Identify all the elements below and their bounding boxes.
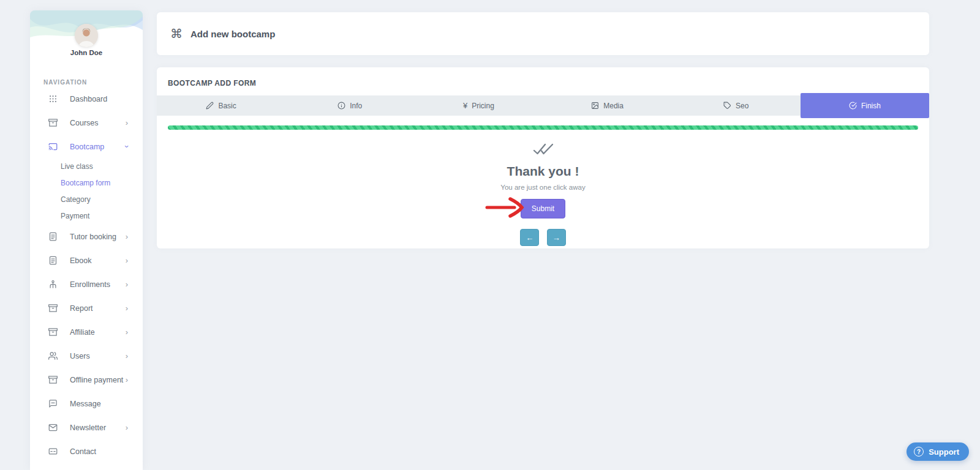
cast-icon [48,142,58,151]
sidebar-item-users[interactable]: Users › [30,344,143,368]
thank-you-heading: Thank you ! [157,164,929,179]
tag-icon [723,102,731,110]
sidebar-item-bootcamp[interactable]: Bootcamp › [30,135,143,159]
sidebar-subitem-live-class[interactable]: Live class [30,159,143,175]
sidebar-item-label: Tutor booking [70,233,126,241]
sidebar-nav: Dashboard Courses › Bootcamp › Live clas… [30,87,143,463]
sidebar-item-label: Ebook [70,256,126,265]
tab-info[interactable]: Info [285,95,414,116]
sitemap-icon [48,280,58,289]
mail-icon [48,423,58,432]
tab-label: Info [350,102,362,110]
sidebar-item-label: Courses [70,119,126,127]
sidebar-subitem-payment[interactable]: Payment [30,208,143,225]
sidebar-item-label: Bootcamp [70,143,126,151]
sidebar-item-newsletter[interactable]: Newsletter › [30,416,143,439]
sidebar-item-report[interactable]: Report › [30,296,143,320]
tab-label: Pricing [472,102,494,110]
pen-icon [206,102,214,110]
sidebar-item-label: Users [70,352,126,360]
file-text-icon [48,232,58,241]
sidebar-item-ebook[interactable]: Ebook › [30,248,143,272]
previous-step-button[interactable]: ← [520,229,539,246]
submit-button[interactable]: Submit [521,199,565,218]
tab-label: Seo [736,102,748,110]
chevron-right-icon: › [126,376,128,384]
grid-dots-icon [48,94,58,103]
tab-label: Media [603,102,624,110]
sidebar-item-offline-payment[interactable]: Offline payment › [30,368,143,392]
sidebar-item-label: Report [70,304,126,313]
page-header-card: ⌘ Add new bootcamp [157,12,929,55]
bootcamp-submenu: Live class Bootcamp form Category Paymen… [30,159,143,225]
chevron-right-icon: › [126,119,128,127]
sidebar-item-affiliate[interactable]: Affiliate › [30,320,143,344]
chevron-down-icon: › [123,145,130,147]
chevron-right-icon: › [126,304,128,312]
tab-basic[interactable]: Basic [157,95,285,116]
chevron-right-icon: › [126,256,128,264]
wizard-nav: ← → [157,229,929,246]
tab-finish[interactable]: Finish [801,93,929,118]
sidebar-item-courses[interactable]: Courses › [30,111,143,135]
yen-icon: ¥ [463,102,467,110]
arrow-right-icon: → [552,233,560,242]
sidebar-item-label: Offline payment [70,376,126,384]
tab-pricing[interactable]: ¥ Pricing [414,95,543,116]
sidebar-item-label: Contact [70,447,128,456]
chevron-right-icon: › [126,280,128,288]
sidebar-item-enrollments[interactable]: Enrollments › [30,272,143,296]
archive-icon [48,327,58,337]
bootcamp-form-card: BOOTCAMP ADD FORM Basic Info ¥ Pricing M… [157,67,929,248]
page: John Doe NAVIGATION Dashboard Courses › [0,0,980,470]
sidebar-item-contact[interactable]: Contact [30,439,143,463]
sidebar-item-label: Message [70,400,128,408]
info-icon [337,102,345,110]
support-label: Support [929,447,959,457]
contact-card-icon [48,447,58,456]
image-icon [591,102,599,110]
double-check-icon [532,143,554,159]
next-step-button[interactable]: → [547,229,566,246]
thank-you-subheading: You are just one click away [157,184,929,191]
chevron-right-icon: › [126,352,128,360]
tab-media[interactable]: Media [543,95,672,116]
check-circle-icon [849,102,857,110]
tab-label: Finish [861,102,881,110]
avatar[interactable] [75,24,98,47]
tab-seo[interactable]: Seo [672,95,801,116]
support-button[interactable]: ? Support [907,442,969,461]
command-icon: ⌘ [170,28,183,40]
sidebar-item-message[interactable]: Message [30,392,143,416]
sidebar-subitem-bootcamp-form[interactable]: Bootcamp form [30,175,143,192]
users-icon [48,351,58,360]
red-arrow-annotation [485,196,524,221]
page-title: Add new bootcamp [190,29,275,39]
sidebar-item-label: Affiliate [70,328,126,337]
sidebar-item-dashboard[interactable]: Dashboard [30,87,143,111]
wizard-progress-bar [168,125,918,130]
file-text-icon [48,256,58,265]
user-name: John Doe [30,49,143,56]
tab-label: Basic [218,102,236,110]
form-title: BOOTCAMP ADD FORM [157,67,929,95]
arrow-left-icon: ← [526,233,533,242]
chevron-right-icon: › [126,328,128,336]
archive-icon [48,118,58,127]
sidebar: John Doe NAVIGATION Dashboard Courses › [30,10,143,470]
wizard-tab-bar: Basic Info ¥ Pricing Media Seo Finish [157,95,929,116]
sidebar-item-tutor-booking[interactable]: Tutor booking › [30,225,143,248]
archive-icon [48,304,58,313]
sidebar-item-label: Dashboard [70,95,128,103]
message-square-icon [48,399,58,408]
sidebar-subitem-category[interactable]: Category [30,192,143,208]
archive-icon [48,375,58,384]
chevron-right-icon: › [126,423,128,431]
finish-step-content: Thank you ! You are just one click away … [157,130,929,246]
sidebar-item-label: Newsletter [70,423,126,432]
sidebar-item-label: Enrollments [70,280,126,289]
nav-section-label: NAVIGATION [43,79,143,86]
chevron-right-icon: › [126,233,128,241]
sidebar-header: John Doe [30,10,143,69]
help-circle-icon: ? [914,447,924,457]
